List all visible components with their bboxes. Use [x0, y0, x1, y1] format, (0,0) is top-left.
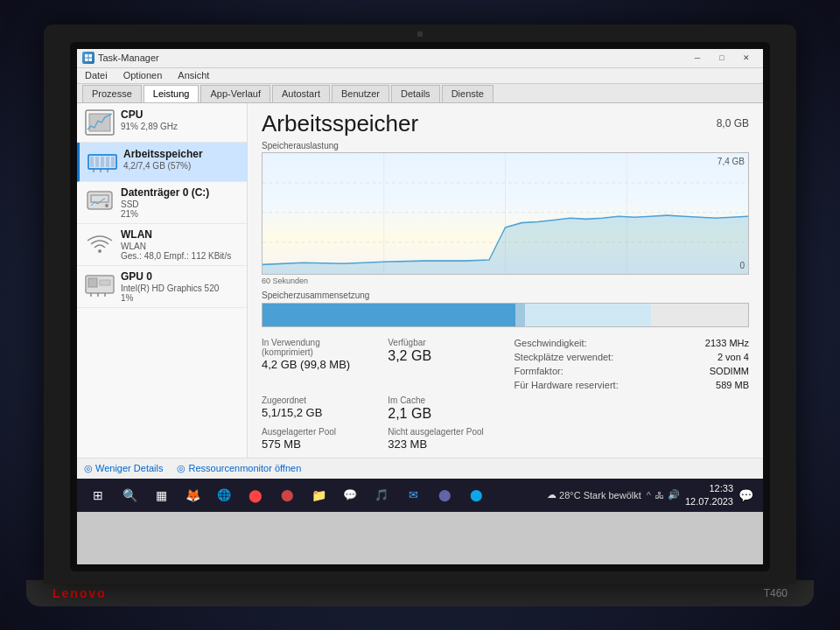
cpu-detail: 91% 2,89 GHz: [121, 122, 178, 131]
stat-nonpaged: Nicht ausgelagerter Pool 323 MB: [388, 427, 496, 451]
tab-autostart[interactable]: Autostart: [272, 85, 330, 102]
svg-point-18: [98, 249, 102, 253]
stat-in-use: In Verwendung (komprimiert) 4,2 GB (99,8…: [262, 338, 370, 390]
svg-rect-21: [100, 280, 110, 285]
title-bar: Task-Manager ─ □ ✕: [77, 49, 763, 68]
taskbar-opera2[interactable]: ⬤: [273, 481, 301, 509]
info-form-val: SODIMM: [710, 366, 749, 376]
info-row-speed: Geschwindigkeit: 2133 MHz: [514, 338, 750, 348]
tab-benutzer[interactable]: Benutzer: [332, 85, 389, 102]
menu-bar: Datei Optionen Ansicht: [77, 68, 763, 84]
start-button[interactable]: ⊞: [84, 481, 112, 509]
graph-min: 0: [739, 261, 745, 270]
stat-committed-value: 5,1/15,2 GB: [262, 406, 370, 419]
composition-bar: [262, 303, 749, 327]
task-view-button[interactable]: ▦: [147, 481, 175, 509]
search-button[interactable]: 🔍: [116, 481, 144, 509]
taskbar-explorer[interactable]: 📁: [304, 481, 332, 509]
menu-datei[interactable]: Datei: [82, 70, 110, 80]
info-slots-key: Steckplätze verwendet:: [514, 352, 614, 362]
tab-leistung[interactable]: Leistung: [144, 85, 200, 102]
info-speed-key: Geschwindigkeit:: [514, 338, 587, 348]
tab-prozesse[interactable]: Prozesse: [82, 85, 142, 102]
tab-bar: Prozesse Leistung App-Verlauf Autostart …: [77, 84, 763, 103]
bottom-bar: ◎ Weniger Details ◎ Ressourcenmonitor öf…: [77, 458, 763, 479]
sidebar-item-wlan[interactable]: WLAN WLANGes.: 48,0 Empf.: 112 KBit/s: [77, 224, 247, 266]
link-weniger-details[interactable]: ◎ Weniger Details: [84, 463, 163, 474]
ram-detail: 4,2/7,4 GB (57%): [123, 161, 203, 171]
tab-app-verlauf[interactable]: App-Verlauf: [200, 85, 270, 102]
stat-in-use-label: In Verwendung (komprimiert): [262, 338, 370, 357]
notification-button[interactable]: 💬: [738, 486, 756, 504]
tab-details[interactable]: Details: [391, 85, 440, 102]
info-row-slots: Steckplätze verwendet: 2 von 4: [514, 352, 750, 362]
info-reserved-val: 589 MB: [716, 380, 749, 390]
sidebar-item-disk[interactable]: Datenträger 0 (C:) SSD21%: [77, 182, 247, 224]
tab-dienste[interactable]: Dienste: [442, 85, 494, 102]
webcam: [417, 32, 423, 37]
comp-free: [651, 304, 748, 326]
wlan-detail: WLANGes.: 48,0 Empf.: 112 KBit/s: [121, 242, 231, 261]
detail-total: 8,0 GB: [717, 117, 749, 130]
clock-time: 12:33: [685, 482, 733, 494]
stat-cache-value: 2,1 GB: [388, 406, 496, 422]
close-button[interactable]: ✕: [735, 51, 758, 65]
stats-section: In Verwendung (komprimiert) 4,2 GB (99,8…: [248, 331, 763, 458]
taskbar-discord[interactable]: 💬: [336, 481, 364, 509]
link-ressourcenmonitor[interactable]: ◎ Ressourcenmonitor öffnen: [177, 463, 301, 474]
composition-label: Speicherzusammensetzung: [262, 290, 749, 300]
stat-committed: Zugeordnet 5,1/15,2 GB: [262, 396, 370, 422]
tray-volume[interactable]: 🔊: [668, 489, 680, 500]
graph-section: Speicherauslastung 7,4 GB 0: [248, 141, 763, 287]
weniger-label: Weniger Details: [95, 463, 163, 473]
taskbar-mail[interactable]: ✉: [399, 481, 427, 509]
info-row-form: Formfaktor: SODIMM: [514, 366, 750, 376]
spacer2: [514, 427, 750, 451]
gpu-label: GPU 0: [121, 270, 219, 283]
comp-standby: [525, 304, 651, 326]
stat-available-value: 3,2 GB: [388, 348, 496, 364]
memory-graph: 7,4 GB 0: [262, 152, 749, 275]
stat-nonpaged-value: 323 MB: [388, 438, 496, 451]
taskbar-teams[interactable]: ⬤: [430, 481, 458, 509]
taskbar-edge[interactable]: ⬤: [462, 481, 490, 509]
graph-time: 60 Sekunden: [262, 275, 749, 287]
taskbar-spotify[interactable]: 🎵: [368, 481, 396, 509]
graph-label: Speicherauslastung: [262, 141, 749, 150]
menu-ansicht[interactable]: Ansicht: [175, 70, 212, 80]
info-slots-val: 2 von 4: [718, 352, 749, 362]
menu-optionen[interactable]: Optionen: [121, 70, 165, 80]
sidebar-item-gpu[interactable]: GPU 0 Intel(R) HD Graphics 5201%: [77, 266, 247, 308]
graph-max: 7,4 GB: [718, 157, 745, 166]
maximize-button[interactable]: □: [710, 51, 733, 65]
ram-label: Arbeitsspeicher: [123, 148, 203, 160]
taskbar-right: ☁ 28°C Stark bewölkt ^ 🖧 🔊 12:33 12.07.2…: [547, 482, 756, 508]
wlan-label: WLAN: [121, 228, 231, 241]
sidebar-item-cpu[interactable]: CPU 91% 2,89 GHz: [77, 103, 247, 143]
minimize-button[interactable]: ─: [686, 51, 709, 65]
sidebar-item-ram[interactable]: Arbeitsspeicher 4,2/7,4 GB (57%): [77, 143, 247, 182]
clock[interactable]: 12:33 12.07.2023: [685, 482, 733, 508]
taskbar-firefox[interactable]: 🦊: [178, 481, 206, 509]
stat-committed-label: Zugeordnet: [262, 396, 370, 405]
weather-icon: ☁: [547, 489, 556, 500]
tray-expand[interactable]: ^: [647, 490, 651, 500]
cpu-label: CPU: [121, 108, 178, 121]
stat-nonpaged-label: Nicht ausgelagerter Pool: [388, 427, 496, 437]
stat-paged: Ausgelagerter Pool 575 MB: [262, 427, 370, 451]
window-controls: ─ □ ✕: [686, 51, 758, 65]
svg-rect-9: [101, 157, 104, 167]
taskbar-chrome[interactable]: 🌐: [210, 481, 238, 509]
taskbar: ⊞ 🔍 ▦ 🦊 🌐 ⬤ ⬤ 📁 💬 🎵 ✉ ⬤ ⬤: [77, 479, 763, 512]
weather-text: 28°C Stark bewölkt: [559, 490, 641, 500]
svg-rect-3: [89, 59, 93, 62]
svg-rect-20: [88, 278, 97, 287]
spacer: [514, 396, 750, 422]
stat-paged-value: 575 MB: [262, 438, 370, 451]
svg-point-17: [105, 204, 108, 207]
taskbar-opera[interactable]: ⬤: [242, 481, 270, 509]
stat-cache: Im Cache 2,1 GB: [388, 396, 496, 422]
info-form-key: Formfaktor:: [514, 366, 564, 376]
info-row-reserved: Für Hardware reserviert: 589 MB: [514, 380, 750, 390]
svg-rect-11: [111, 157, 115, 167]
